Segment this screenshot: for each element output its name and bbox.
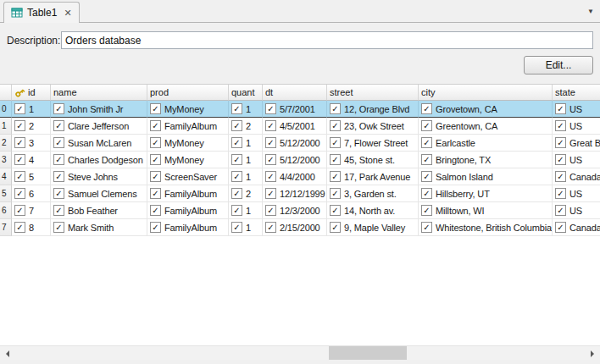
tab-list-chevron-down-icon[interactable]: ▼: [587, 8, 594, 15]
cell-prod[interactable]: ✓MyMoney: [147, 101, 229, 118]
cell-prod[interactable]: ✓FamilyAlbum: [147, 202, 229, 219]
table-row[interactable]: 2 ✓3✓Susan McLaren✓MyMoney✓1✓5/12/2000✓7…: [0, 135, 600, 152]
cell-street[interactable]: ✓45, Stone st.: [327, 152, 419, 168]
cell-state[interactable]: ✓Canada: [553, 168, 600, 185]
cell-state[interactable]: ✓US: [553, 185, 600, 202]
checkbox-checked-icon[interactable]: ✓: [421, 120, 432, 131]
row-number[interactable]: 3: [0, 152, 12, 168]
checkbox-checked-icon[interactable]: ✓: [150, 103, 161, 114]
cell-dt[interactable]: ✓5/12/2000: [263, 152, 327, 168]
checkbox-checked-icon[interactable]: ✓: [53, 205, 64, 216]
cell-quant[interactable]: ✓2: [229, 118, 263, 135]
checkbox-checked-icon[interactable]: ✓: [150, 222, 161, 233]
checkbox-checked-icon[interactable]: ✓: [53, 103, 64, 114]
cell-id[interactable]: ✓4: [12, 152, 51, 168]
cell-name[interactable]: ✓Bob Feather: [51, 202, 147, 219]
checkbox-checked-icon[interactable]: ✓: [330, 103, 341, 114]
table-row[interactable]: 5 ✓6✓Samuel Clemens✓FamilyAlbum✓2✓12/12/…: [0, 185, 600, 202]
cell-name[interactable]: ✓John Smith Jr: [51, 101, 147, 118]
cell-name[interactable]: ✓Clare Jefferson: [51, 118, 147, 135]
cell-name[interactable]: ✓Samuel Clemens: [51, 185, 147, 202]
row-number[interactable]: 2: [0, 135, 12, 152]
cell-dt[interactable]: ✓5/7/2001: [263, 101, 327, 118]
checkbox-checked-icon[interactable]: ✓: [421, 205, 432, 216]
table-row[interactable]: 7 ✓8✓Mark Smith✓FamilyAlbum✓1✓2/15/2000✓…: [0, 219, 600, 236]
column-header-prod[interactable]: prod: [147, 85, 229, 101]
checkbox-checked-icon[interactable]: ✓: [14, 205, 25, 216]
cell-id[interactable]: ✓6: [12, 185, 51, 202]
cell-city[interactable]: ✓Hillsberry, UT: [419, 185, 553, 202]
cell-quant[interactable]: ✓1: [229, 152, 263, 168]
column-header-dt[interactable]: dt: [263, 85, 327, 101]
checkbox-checked-icon[interactable]: ✓: [265, 103, 276, 114]
checkbox-checked-icon[interactable]: ✓: [330, 205, 341, 216]
checkbox-checked-icon[interactable]: ✓: [150, 171, 161, 182]
checkbox-checked-icon[interactable]: ✓: [330, 188, 341, 199]
cell-name[interactable]: ✓Charles Dodgeson: [51, 152, 147, 168]
cell-quant[interactable]: ✓1: [229, 101, 263, 118]
checkbox-checked-icon[interactable]: ✓: [421, 171, 432, 182]
checkbox-checked-icon[interactable]: ✓: [14, 222, 25, 233]
cell-city[interactable]: ✓Greentown, CA: [419, 118, 553, 135]
scroll-right-button[interactable]: [586, 346, 600, 360]
cell-dt[interactable]: ✓12/3/2000: [263, 202, 327, 219]
checkbox-checked-icon[interactable]: ✓: [265, 154, 276, 165]
cell-state[interactable]: ✓US: [553, 101, 600, 118]
checkbox-checked-icon[interactable]: ✓: [14, 120, 25, 131]
checkbox-checked-icon[interactable]: ✓: [53, 222, 64, 233]
checkbox-checked-icon[interactable]: ✓: [265, 171, 276, 182]
cell-street[interactable]: ✓17, Park Avenue: [327, 168, 419, 185]
cell-quant[interactable]: ✓1: [229, 168, 263, 185]
row-number[interactable]: 5: [0, 185, 12, 202]
checkbox-checked-icon[interactable]: ✓: [555, 222, 566, 233]
checkbox-checked-icon[interactable]: ✓: [265, 205, 276, 216]
checkbox-checked-icon[interactable]: ✓: [14, 171, 25, 182]
scrollbar-thumb[interactable]: [329, 346, 407, 360]
checkbox-checked-icon[interactable]: ✓: [330, 120, 341, 131]
checkbox-checked-icon[interactable]: ✓: [265, 222, 276, 233]
cell-street[interactable]: ✓23, Owk Street: [327, 118, 419, 135]
column-header-id[interactable]: id: [12, 85, 51, 101]
checkbox-checked-icon[interactable]: ✓: [265, 120, 276, 131]
cell-city[interactable]: ✓Milltown, WI: [419, 202, 553, 219]
cell-dt[interactable]: ✓4/5/2001: [263, 118, 327, 135]
checkbox-checked-icon[interactable]: ✓: [231, 188, 242, 199]
checkbox-checked-icon[interactable]: ✓: [14, 188, 25, 199]
cell-city[interactable]: ✓Whitestone, British Columbia: [419, 219, 553, 236]
cell-dt[interactable]: ✓2/15/2000: [263, 219, 327, 236]
cell-name[interactable]: ✓Mark Smith: [51, 219, 147, 236]
checkbox-checked-icon[interactable]: ✓: [330, 137, 341, 148]
edit-button[interactable]: Edit...: [524, 56, 593, 74]
row-number[interactable]: 6: [0, 202, 12, 219]
cell-dt[interactable]: ✓5/12/2000: [263, 135, 327, 152]
checkbox-checked-icon[interactable]: ✓: [150, 120, 161, 131]
checkbox-checked-icon[interactable]: ✓: [53, 137, 64, 148]
checkbox-checked-icon[interactable]: ✓: [231, 154, 242, 165]
cell-prod[interactable]: ✓FamilyAlbum: [147, 185, 229, 202]
table-row[interactable]: 3 ✓4✓Charles Dodgeson✓MyMoney✓1✓5/12/200…: [0, 152, 600, 168]
checkbox-checked-icon[interactable]: ✓: [265, 188, 276, 199]
cell-prod[interactable]: ✓ScreenSaver: [147, 168, 229, 185]
cell-state[interactable]: ✓US: [553, 202, 600, 219]
cell-street[interactable]: ✓3, Garden st.: [327, 185, 419, 202]
checkbox-checked-icon[interactable]: ✓: [330, 171, 341, 182]
checkbox-checked-icon[interactable]: ✓: [421, 188, 432, 199]
cell-quant[interactable]: ✓1: [229, 202, 263, 219]
cell-id[interactable]: ✓7: [12, 202, 51, 219]
checkbox-checked-icon[interactable]: ✓: [231, 103, 242, 114]
cell-dt[interactable]: ✓12/12/1999: [263, 185, 327, 202]
cell-street[interactable]: ✓14, North av.: [327, 202, 419, 219]
cell-quant[interactable]: ✓1: [229, 135, 263, 152]
checkbox-checked-icon[interactable]: ✓: [53, 188, 64, 199]
row-number[interactable]: 4: [0, 168, 12, 185]
checkbox-checked-icon[interactable]: ✓: [53, 154, 64, 165]
column-header-quant[interactable]: quant: [229, 85, 263, 101]
scroll-left-button[interactable]: [0, 346, 14, 360]
checkbox-checked-icon[interactable]: ✓: [231, 171, 242, 182]
cell-city[interactable]: ✓Salmon Island: [419, 168, 553, 185]
column-header-street[interactable]: street: [327, 85, 419, 101]
row-number[interactable]: 1: [0, 118, 12, 135]
close-icon[interactable]: ✕: [64, 8, 71, 19]
table-row[interactable]: 0 ✓1✓John Smith Jr✓MyMoney✓1✓5/7/2001✓12…: [0, 101, 600, 118]
cell-dt[interactable]: ✓4/4/2000: [263, 168, 327, 185]
